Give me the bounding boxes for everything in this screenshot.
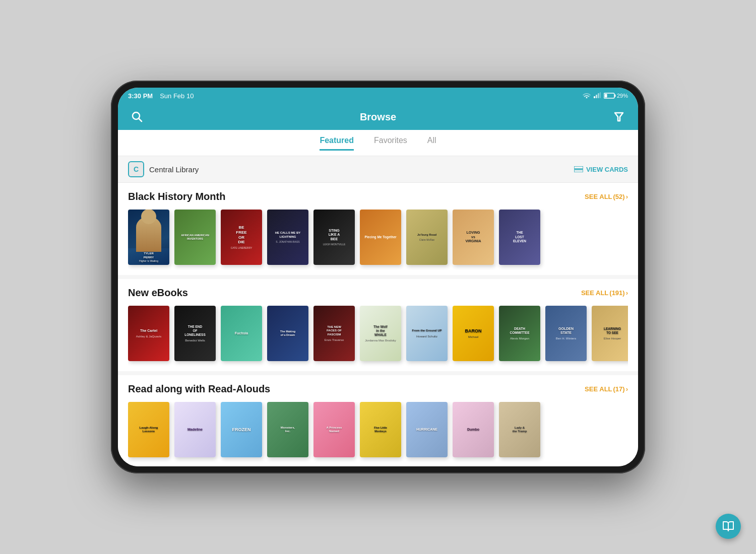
book-inventors[interactable]: AFRICAN AMERICANINVENTORS <box>174 210 216 265</box>
library-info: C Central Library <box>128 161 199 177</box>
search-button[interactable] <box>128 108 146 126</box>
svg-rect-11 <box>574 170 583 172</box>
see-all-ebooks[interactable]: SEE ALL (191) › <box>581 289 628 297</box>
book-piecing[interactable]: Piecing Me Together <box>360 210 401 265</box>
status-date: Sun Feb 10 <box>160 92 194 100</box>
svg-rect-1 <box>596 95 597 98</box>
book-wolf[interactable]: The Wolfin theWHALE Jordanna Max Brodsky <box>360 306 401 361</box>
library-bar: C Central Library VIEW CARDS <box>118 156 638 183</box>
divider-2 <box>118 371 638 375</box>
book-ground-up[interactable]: From the Ground UP Howard Schultz <box>406 306 448 361</box>
book-princess[interactable]: A PrincessNamed <box>313 402 355 457</box>
svg-rect-3 <box>600 92 601 98</box>
book-shelf-ebooks: The Cartel Ashley & JaQuavis THE ENDOFLO… <box>128 306 628 367</box>
svg-marker-9 <box>615 113 623 121</box>
book-loneliness[interactable]: THE ENDOFLONELINESS Benedict Wells <box>174 306 216 361</box>
book-hurricane[interactable]: HURRICANE <box>406 402 448 457</box>
divider-1 <box>118 275 638 279</box>
status-time: 3:30 PM <box>128 92 153 100</box>
section-black-history: Black History Month SEE ALL (52) › <box>118 183 638 275</box>
book-madeline[interactable]: Madeline <box>174 402 216 457</box>
tab-all[interactable]: All <box>427 136 436 151</box>
book-laugh-along[interactable]: Laugh-AlongLessons <box>128 402 169 457</box>
page-title: Browse <box>360 111 396 123</box>
device-screen: 3:30 PM Sun Feb 10 <box>118 88 638 466</box>
section-header-ebooks: New eBooks SEE ALL (191) › <box>128 287 628 299</box>
book-tyler-perry[interactable]: TYLERPERRYHigher Is Waiting <box>128 210 169 265</box>
book-he-calls[interactable]: HE CALLS ME BY LIGHTNING S. JONATHAN BAS… <box>267 210 308 265</box>
library-name: Central Library <box>149 165 199 174</box>
book-fuchsia[interactable]: Fuchsia <box>221 306 262 361</box>
section-header-black-history: Black History Month SEE ALL (52) › <box>128 191 628 202</box>
signal-icon <box>594 92 601 100</box>
library-icon: C <box>128 161 144 177</box>
filter-button[interactable] <box>610 108 628 126</box>
battery-icon: 29% <box>604 93 628 99</box>
svg-rect-5 <box>614 95 615 97</box>
svg-line-8 <box>139 118 142 121</box>
section-title-read-aloud: Read along with Read-Alouds <box>128 383 270 395</box>
wifi-icon <box>583 92 591 100</box>
book-loving[interactable]: LOVINGvsVIRGINIA <box>453 210 494 265</box>
book-shelf-black-history: TYLERPERRYHigher Is Waiting AFRICAN AMER… <box>128 210 628 271</box>
book-making[interactable]: The Makingof a Dream <box>267 306 308 361</box>
section-title-black-history: Black History Month <box>128 191 225 202</box>
battery-percent: 29% <box>617 93 628 99</box>
device-frame: 3:30 PM Sun Feb 10 <box>111 81 645 473</box>
book-joburg[interactable]: Jo'burg Road Claire McRae <box>406 210 448 265</box>
book-shelf-read-aloud: Laugh-AlongLessons Madeline FROZEN <box>128 402 628 463</box>
book-death-committee[interactable]: DEATHCOMMITTEE Alexis Morgan <box>499 306 540 361</box>
see-all-black-history[interactable]: SEE ALL (52) › <box>585 193 628 200</box>
book-lost-eleven[interactable]: THELOSTELEVEN <box>499 210 540 265</box>
book-frozen[interactable]: FROZEN <box>221 402 262 457</box>
section-new-ebooks: New eBooks SEE ALL (191) › The Cartel As… <box>118 279 638 371</box>
book-dumbo[interactable]: Dumbo <box>453 402 494 457</box>
section-header-read-aloud: Read along with Read-Alouds SEE ALL (17)… <box>128 383 628 395</box>
nav-bar: Browse <box>118 104 638 130</box>
book-learning[interactable]: LEARNINGTO SEE Elise Hooper <box>592 306 628 361</box>
book-golden-state[interactable]: GOLDENSTATE Ben H. Winters <box>545 306 587 361</box>
book-be-free[interactable]: BEFREEORDIE CATE LINEBERRY <box>221 210 262 265</box>
view-cards-button[interactable]: VIEW CARDS <box>574 166 628 173</box>
svg-rect-10 <box>574 166 583 169</box>
book-five-monkeys[interactable]: Five LittleMonkeys <box>360 402 401 457</box>
book-fascism[interactable]: THE NEWFACES OFFASCISM Enzo Traverso <box>313 306 355 361</box>
book-sting[interactable]: STINGLIKE ABEE LEIGH MONTVILLE <box>313 210 355 265</box>
tab-bar: Featured Favorites All <box>118 130 638 156</box>
book-baron[interactable]: BARON Michael <box>453 306 494 361</box>
book-cartel[interactable]: The Cartel Ashley & JaQuavis <box>128 306 169 361</box>
see-all-read-aloud[interactable]: SEE ALL (17) › <box>585 385 628 393</box>
section-title-ebooks: New eBooks <box>128 287 188 299</box>
svg-rect-6 <box>604 94 607 98</box>
section-read-aloud: Read along with Read-Alouds SEE ALL (17)… <box>118 375 638 466</box>
status-icons: 29% <box>583 92 628 100</box>
tab-favorites[interactable]: Favorites <box>374 136 407 151</box>
book-lady-tramp[interactable]: Lady &the Tramp <box>499 402 540 457</box>
content-area: Black History Month SEE ALL (52) › <box>118 183 638 466</box>
svg-rect-0 <box>594 96 595 98</box>
svg-rect-2 <box>598 93 599 98</box>
status-bar: 3:30 PM Sun Feb 10 <box>118 88 638 104</box>
book-monsters[interactable]: Monsters,Inc. <box>267 402 308 457</box>
view-cards-label: VIEW CARDS <box>586 166 628 173</box>
tab-featured[interactable]: Featured <box>320 136 354 151</box>
